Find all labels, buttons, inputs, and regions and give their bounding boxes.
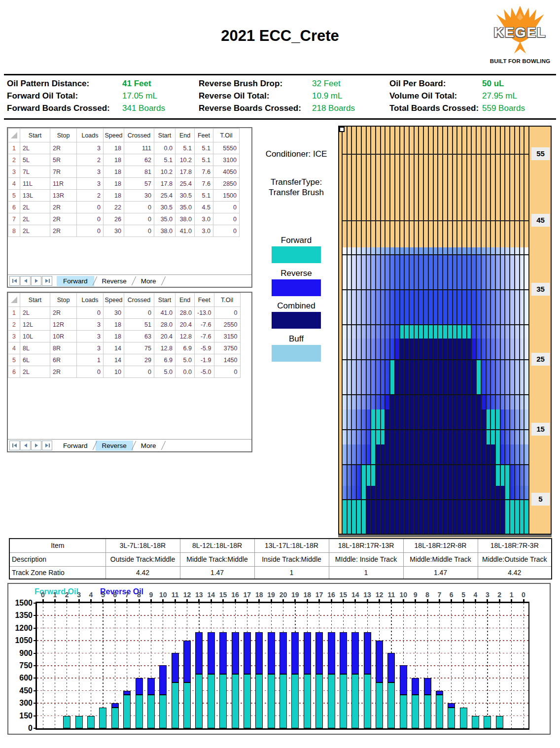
load-cell: 2R bbox=[50, 225, 77, 237]
load-cell: 10L bbox=[20, 331, 50, 342]
load-cell: 2R bbox=[50, 142, 77, 154]
load-cell: 11L bbox=[20, 178, 50, 190]
load-cell: 2R bbox=[50, 366, 77, 378]
load-cell: 0 bbox=[77, 225, 104, 237]
lane-band-segment bbox=[395, 359, 477, 394]
load-cell: 1450 bbox=[214, 354, 240, 366]
load-cell: 2L bbox=[20, 213, 50, 225]
load-cell: 28.0 bbox=[154, 319, 175, 331]
col-header: Start bbox=[154, 129, 175, 142]
select-all-corner[interactable] bbox=[8, 293, 20, 307]
select-all-corner[interactable] bbox=[8, 129, 20, 142]
bar-forward bbox=[123, 695, 131, 728]
load-cell: 3 bbox=[77, 342, 104, 354]
lane-band-segment bbox=[342, 464, 361, 486]
nav-first-button[interactable] bbox=[9, 276, 20, 286]
v-gridline bbox=[487, 603, 488, 728]
load-cell: 0 bbox=[214, 307, 240, 319]
logo-tagline: BUILT FOR BOWLING bbox=[484, 58, 556, 64]
v-gridline bbox=[67, 603, 67, 728]
load-cell: 0 bbox=[214, 366, 240, 378]
nav-prev-button[interactable] bbox=[20, 441, 31, 450]
nav-next-button[interactable] bbox=[31, 441, 41, 450]
load-cell: 1500 bbox=[213, 190, 240, 202]
sheet-tab-reverse[interactable]: Reverse bbox=[96, 276, 133, 286]
v-gridline bbox=[91, 603, 91, 728]
lane-band-segment bbox=[366, 486, 505, 499]
board-line bbox=[385, 126, 385, 534]
y-tick-label: 450 bbox=[9, 686, 33, 695]
bar-reverse bbox=[255, 632, 263, 674]
nav-last-button[interactable] bbox=[42, 276, 52, 286]
lane-gridline bbox=[342, 220, 529, 221]
track-zone-cell: 1.47 bbox=[180, 566, 254, 579]
bar-reverse bbox=[123, 691, 131, 695]
track-zone-cell: Middle Track:Middle bbox=[180, 552, 254, 566]
load-cell: 10 bbox=[104, 366, 124, 378]
chart-axis-top bbox=[36, 602, 529, 603]
board-line bbox=[351, 126, 352, 534]
board-line bbox=[461, 126, 462, 534]
sheet-tab-reverse[interactable]: Reverse bbox=[96, 441, 133, 451]
nav-prev-button[interactable] bbox=[20, 276, 31, 286]
load-cell: 0.0 bbox=[154, 142, 175, 154]
lane-band-segment bbox=[342, 486, 361, 499]
distance-label: 55 bbox=[531, 147, 550, 160]
board-line bbox=[428, 126, 429, 534]
col-header: Crossed bbox=[124, 129, 154, 142]
load-row: 48L8R3147512.86.9-5.93750 bbox=[8, 342, 241, 354]
load-cell: 18 bbox=[104, 319, 124, 331]
load-cell: 5.1 bbox=[154, 154, 175, 166]
load-cell: 18 bbox=[104, 190, 124, 202]
load-cell: -5.9 bbox=[195, 342, 214, 354]
load-cell: 38.0 bbox=[154, 225, 175, 237]
load-cell: 3.0 bbox=[195, 213, 213, 225]
distance-label: 35 bbox=[531, 283, 550, 296]
board-line bbox=[389, 126, 390, 534]
load-cell: 17.8 bbox=[175, 166, 195, 178]
load-cell: 13L bbox=[20, 190, 50, 202]
nav-first-button[interactable] bbox=[9, 441, 20, 450]
load-cell: 5550 bbox=[213, 142, 240, 154]
info-value: 32 Feet bbox=[312, 79, 341, 89]
bar-forward bbox=[208, 674, 215, 728]
col-header: T.Oil bbox=[214, 293, 240, 307]
col-header: Feet bbox=[195, 129, 213, 142]
load-cell: 57 bbox=[124, 178, 154, 190]
sheet-tab-more[interactable]: More bbox=[135, 441, 163, 451]
sheet-tab-forward[interactable]: Forward bbox=[57, 276, 94, 286]
bar-reverse bbox=[424, 678, 431, 695]
bar-forward bbox=[460, 708, 467, 728]
bar-forward bbox=[436, 695, 443, 728]
logo-brand: KEGEL bbox=[484, 25, 556, 40]
bar-forward bbox=[63, 716, 70, 728]
load-cell: 2R bbox=[50, 202, 77, 213]
info-value: 341 Boards bbox=[122, 103, 165, 113]
load-cell: 2 bbox=[77, 154, 104, 166]
lane-band-segment bbox=[371, 409, 385, 444]
bar-reverse bbox=[280, 632, 287, 674]
info-label: Forward Boards Crossed: bbox=[7, 103, 110, 113]
col-header: T.Oil bbox=[213, 129, 240, 142]
load-cell: 0 bbox=[124, 366, 154, 378]
bar-forward bbox=[328, 674, 335, 728]
nav-next-button[interactable] bbox=[31, 276, 41, 286]
info-label: Volume Oil Total: bbox=[389, 91, 457, 101]
load-cell: 29 bbox=[124, 354, 154, 366]
load-cell: 7R bbox=[50, 166, 77, 178]
load-cell: 30 bbox=[124, 190, 154, 202]
load-cell: 3 bbox=[77, 142, 104, 154]
info-value: 41 Feet bbox=[122, 79, 151, 89]
sheet-tab-forward[interactable]: Forward bbox=[57, 441, 94, 451]
track-zone-cell: Inside Track:Middle bbox=[254, 552, 329, 566]
board-line bbox=[366, 126, 367, 534]
nav-last-button[interactable] bbox=[42, 441, 52, 450]
sheet-tab-more[interactable]: More bbox=[135, 276, 163, 286]
lane-gridline bbox=[342, 464, 529, 465]
board-line bbox=[399, 126, 400, 534]
load-cell: 20.4 bbox=[154, 331, 175, 342]
bar-forward bbox=[159, 695, 167, 728]
load-cell: 18 bbox=[104, 154, 124, 166]
chart-axis-right bbox=[528, 602, 529, 730]
track-zone-cell: 18L-18R:12R-8R bbox=[403, 539, 478, 552]
